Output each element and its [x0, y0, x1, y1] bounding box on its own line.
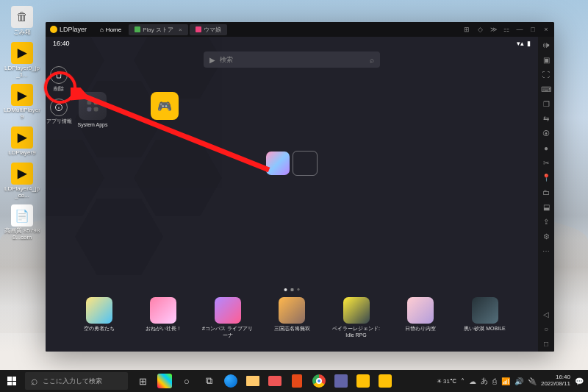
app-shortcut[interactable]: ベイラーレジェンド: Idle RPG [331, 297, 382, 338]
app-label: #コンパス ライブアリーナ [202, 326, 254, 338]
cortana-icon[interactable]: ○ [176, 370, 197, 392]
app-title: LDPlayer [60, 26, 87, 33]
app-folder[interactable]: 🎮 [147, 92, 182, 127]
taskview-icon[interactable]: ⧉ [198, 370, 219, 392]
file-icon: 📄 [11, 204, 33, 227]
taskbar-clock[interactable]: 16:40 2022/08/11 [541, 374, 570, 388]
weather-widget[interactable]: ☀ 31℃ [437, 378, 456, 385]
dragging-app[interactable] [266, 151, 318, 176]
volume-icon[interactable]: 🔊 [514, 377, 523, 385]
recents-icon[interactable]: □ [541, 338, 551, 349]
action-label: アプリ情報 [46, 118, 72, 125]
settings-icon[interactable]: ⚙ [541, 231, 551, 241]
tab-umamusume[interactable]: ウマ娘 [190, 24, 227, 35]
tab-playstore[interactable]: Play ストア × [129, 24, 187, 35]
edge-icon[interactable] [220, 370, 241, 392]
app-label: System Apps [75, 122, 110, 127]
ldplayer-icon: ▶ [11, 126, 33, 149]
clock: 16:40 [53, 40, 70, 47]
titlebar-icon[interactable]: ⚏ [503, 26, 510, 33]
app-system-apps[interactable]: System Apps [75, 92, 110, 127]
titlebar-icon[interactable]: ⊞ [463, 26, 470, 33]
titlebar[interactable]: LDPlayer ⌂ Home Play ストア × ウマ娘 ⊞ ◇ ≫ ⚏ —… [46, 22, 554, 37]
app-label: 空の勇者たち [74, 326, 125, 332]
maximize-icon[interactable]: □ [529, 26, 537, 33]
titlebar-icon[interactable]: ≫ [490, 26, 497, 33]
wifi-icon[interactable]: 📶 [501, 377, 510, 385]
apk-icon[interactable]: ⬓ [541, 202, 551, 212]
fullscreen-icon[interactable]: ⛶ [541, 69, 551, 79]
tab-home[interactable]: ⌂ Home [94, 24, 127, 35]
app-icon-dragged [266, 152, 290, 175]
desktop-icon-recycle-bin[interactable]: 🗑 ごみ箱 [3, 6, 41, 36]
notifications-icon[interactable]: 💬 [575, 377, 584, 385]
chevron-up-icon[interactable]: ˄ [461, 377, 465, 385]
folder-icon [79, 92, 107, 120]
macro-icon[interactable]: ⦿ [541, 128, 551, 138]
back-icon[interactable]: ◁ [541, 309, 551, 319]
tab-label: Home [106, 26, 121, 33]
home-icon[interactable]: ○ [541, 324, 551, 334]
bottom-app-row: 空の勇者たち おねがい社長！ #コンパス ライブアリーナ 三国志名将無双 ベイラ… [46, 297, 538, 338]
app-shortcut[interactable]: #コンパス ライブアリーナ [202, 297, 254, 338]
taskview-icon[interactable]: ⊞ [132, 370, 153, 392]
page-indicator[interactable] [284, 288, 300, 291]
logo-icon [50, 26, 57, 33]
emulator-screen[interactable]: 16:40 ▾▴ ▮ 削除 アプリ情報 [46, 37, 538, 352]
share-icon[interactable]: ⇪ [541, 216, 551, 227]
desktop-label: LDPlayer9_jp_1... [3, 65, 41, 79]
trash-icon [50, 66, 68, 84]
chrome-icon[interactable] [309, 370, 329, 392]
close-icon[interactable]: × [542, 26, 550, 33]
desktop-icon-ldmultiplayer9[interactable]: ▶ LDMultiPlayer9 [3, 84, 41, 121]
app-info-action[interactable]: アプリ情報 [46, 99, 72, 125]
app-shortcut[interactable]: 日替わり内室 [395, 297, 446, 338]
umamusume-icon [196, 26, 201, 32]
power-icon[interactable]: 🔌 [528, 377, 537, 385]
screenshot-icon[interactable]: ✂ [541, 157, 551, 168]
volume-icon[interactable]: 🕪 [541, 40, 551, 50]
location-icon[interactable]: 📍 [541, 172, 551, 182]
desktop-icon-ldplayer9jp[interactable]: ▶ LDPlayer9_jp_1... [3, 42, 41, 79]
more-icon[interactable]: ⋯ [541, 246, 551, 256]
desktop-icon-ldplayer9[interactable]: ▶ LDPlayer9 [3, 126, 41, 157]
minimize-icon[interactable]: — [516, 26, 523, 33]
ldplayer-logo: LDPlayer [50, 26, 87, 33]
app-shortcut[interactable]: おねがい社長！ [137, 297, 189, 338]
ldplayer-taskbar-icon[interactable] [375, 370, 395, 392]
tab-label: ウマ娘 [204, 26, 221, 34]
ldplayer-taskbar-icon[interactable] [353, 370, 373, 392]
printer-icon[interactable]: ⎙ [492, 377, 497, 385]
titlebar-icon[interactable]: ◇ [476, 26, 484, 33]
camera-icon[interactable]: ▣ [541, 54, 551, 65]
action-label: 削除 [46, 85, 72, 93]
desktop-icon-ldplayer4jp[interactable]: ▶ LDPlayer4_jp_co... [3, 163, 41, 199]
gamepad-icon: 🎮 [151, 92, 179, 120]
delete-action[interactable]: 削除 [46, 66, 72, 93]
app-shortcut[interactable]: 黒い砂漠 MOBILE [459, 297, 511, 338]
windows-icon [7, 377, 16, 385]
teams-icon[interactable] [331, 370, 351, 392]
ldplayer-window: LDPlayer ⌂ Home Play ストア × ウマ娘 ⊞ ◇ ≫ ⚏ —… [46, 22, 554, 352]
app-shortcut[interactable]: 三国志名将無双 [266, 297, 318, 338]
taskbar-search[interactable]: ⌕ ここに入力して検索 [25, 372, 128, 390]
multi-instance-icon[interactable]: ❐ [541, 99, 551, 109]
ime-icon[interactable]: あ [481, 376, 488, 386]
app-label: 黒い砂漠 MOBILE [459, 326, 511, 332]
keyboard-icon[interactable]: ⌨ [541, 84, 551, 94]
mail-icon[interactable] [265, 370, 285, 392]
taskbar-app[interactable] [154, 370, 175, 392]
onedrive-icon[interactable]: ☁ [469, 377, 476, 385]
file-icon[interactable]: 🗀 [541, 187, 551, 197]
app-label: 日替わり内室 [395, 326, 446, 332]
svg-rect-2 [94, 101, 98, 105]
close-icon[interactable]: × [179, 26, 182, 33]
office-icon[interactable] [287, 370, 307, 392]
ldplayer-icon: ▶ [11, 42, 33, 64]
desktop-icon-textfile[interactable]: 📄 高画質 857988...com [3, 204, 41, 241]
explorer-icon[interactable] [243, 370, 263, 392]
app-shortcut[interactable]: 空の勇者たち [74, 297, 125, 338]
record-icon[interactable]: ● [541, 143, 551, 153]
start-button[interactable] [0, 370, 24, 392]
sync-icon[interactable]: ⇆ [541, 113, 551, 124]
